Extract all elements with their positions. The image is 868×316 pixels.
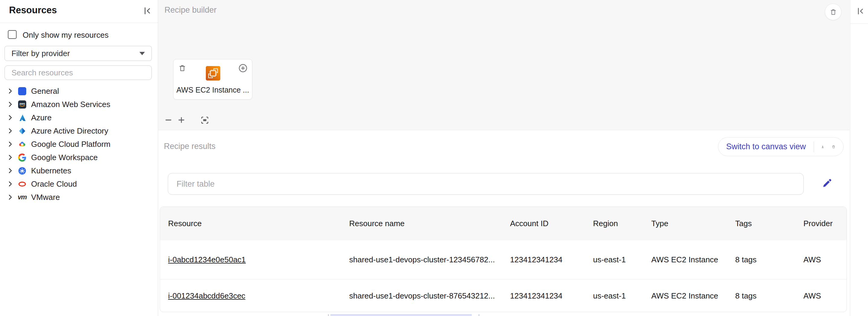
filter-table-input[interactable] bbox=[168, 173, 804, 195]
section-divider bbox=[158, 130, 849, 130]
chevron-right-icon[interactable] bbox=[7, 141, 13, 147]
chevron-right-icon[interactable] bbox=[7, 181, 13, 187]
chevron-right-icon[interactable] bbox=[7, 88, 13, 94]
sidebar-item-azure[interactable]: Azure bbox=[0, 111, 158, 124]
sidebar-title: Resources bbox=[9, 5, 57, 16]
search-resources-input[interactable] bbox=[4, 65, 152, 80]
chevron-right-icon[interactable] bbox=[7, 167, 13, 174]
tree-item-label: Google Cloud Platform bbox=[31, 140, 111, 149]
table-row: i-001234abcdd6e3cec shared-use1-devops-c… bbox=[160, 279, 846, 312]
right-collapsed-panel bbox=[850, 0, 868, 316]
google-icon bbox=[18, 153, 26, 162]
table-header-row: Resource Resource name Account ID Region… bbox=[160, 207, 846, 240]
node-label: AWS EC2 Instance ... bbox=[176, 85, 250, 95]
cell-type: AWS EC2 Instance bbox=[643, 291, 727, 301]
delete-node-icon[interactable] bbox=[178, 64, 186, 72]
chevron-right-icon[interactable] bbox=[7, 154, 13, 161]
tree-item-label: Oracle Cloud bbox=[31, 179, 77, 189]
sidebar-item-google-cloud-platform[interactable]: Google Cloud Platform bbox=[0, 138, 158, 151]
aws-ec2-icon bbox=[206, 66, 220, 80]
sidebar-item-google-workspace[interactable]: Google Workspace bbox=[0, 151, 158, 164]
resource-id-link[interactable]: i-0abcd1234e0e50ac1 bbox=[168, 255, 246, 264]
switch-to-canvas-view-button[interactable]: Switch to canvas view bbox=[726, 142, 806, 151]
general-icon bbox=[18, 87, 26, 95]
column-header-account-id: Account ID bbox=[502, 219, 585, 228]
tree-item-label: VMware bbox=[31, 193, 60, 202]
sidebar-item-vmware[interactable]: vm VMware bbox=[0, 190, 158, 204]
tree-item-label: Google Workspace bbox=[31, 153, 98, 162]
resource-id-link[interactable]: i-001234abcdd6e3cec bbox=[168, 291, 245, 300]
download-icon[interactable] bbox=[821, 142, 825, 152]
sidebar-item-oracle-cloud[interactable]: Oracle Cloud bbox=[0, 177, 158, 190]
table-row: i-0abcd1234e0e50ac1 shared-use1-devops-c… bbox=[160, 240, 846, 279]
cell-account-id: 123412341234 bbox=[502, 255, 585, 265]
zoom-in-button[interactable] bbox=[177, 116, 186, 124]
column-header-resource-name: Resource name bbox=[341, 219, 502, 228]
resources-sidebar: Resources Only show my resources Filter … bbox=[0, 0, 158, 316]
oracle-icon bbox=[18, 180, 26, 188]
partial-next-row-border bbox=[479, 314, 479, 316]
cell-region: us-east-1 bbox=[585, 255, 643, 265]
cell-tags: 8 tags bbox=[727, 255, 795, 265]
chevron-right-icon[interactable] bbox=[7, 194, 13, 201]
tree-item-label: Azure bbox=[31, 113, 52, 122]
azure-icon bbox=[18, 114, 26, 122]
kubernetes-icon bbox=[18, 167, 26, 175]
tree-item-label: Kubernetes bbox=[31, 166, 71, 175]
results-table: Resource Resource name Account ID Region… bbox=[160, 207, 847, 312]
filter-by-provider-value: Filter by provider bbox=[11, 49, 70, 58]
sidebar-item-azure-active-directory[interactable]: Azure Active Directory bbox=[0, 124, 158, 138]
azure-ad-icon bbox=[18, 127, 26, 135]
edit-pencil-icon[interactable] bbox=[822, 177, 833, 189]
clear-canvas-button[interactable] bbox=[825, 4, 841, 20]
add-connection-icon[interactable] bbox=[238, 63, 248, 73]
chevron-down-icon bbox=[140, 52, 145, 55]
column-header-provider: Provider bbox=[795, 219, 846, 228]
chevron-right-icon[interactable] bbox=[7, 101, 13, 108]
provider-tree: General aws Amazon Web Services Azure Az… bbox=[0, 84, 158, 204]
expand-right-panel-icon[interactable] bbox=[856, 7, 865, 16]
sidebar-item-aws[interactable]: aws Amazon Web Services bbox=[0, 98, 158, 111]
tree-item-label: Amazon Web Services bbox=[31, 100, 111, 109]
sidebar-item-kubernetes[interactable]: Kubernetes bbox=[0, 164, 158, 177]
sidebar-item-general[interactable]: General bbox=[0, 84, 158, 98]
gcp-icon bbox=[18, 140, 26, 148]
fit-view-button[interactable] bbox=[200, 115, 210, 125]
only-my-resources-checkbox[interactable] bbox=[8, 30, 17, 39]
vmware-icon: vm bbox=[18, 193, 26, 202]
aws-icon: aws bbox=[18, 100, 26, 109]
collapse-sidebar-icon[interactable] bbox=[143, 6, 152, 16]
recipe-builder-title: Recipe builder bbox=[164, 5, 217, 15]
cell-type: AWS EC2 Instance bbox=[643, 255, 727, 265]
cell-resource-name: shared-use1-devops-cluster-876543212... bbox=[341, 291, 502, 301]
recipe-builder-canvas[interactable] bbox=[158, 0, 849, 130]
sidebar-header-divider bbox=[0, 23, 158, 23]
tree-item-label: General bbox=[31, 86, 59, 96]
partial-next-row-border bbox=[328, 314, 329, 316]
filter-by-provider-select[interactable]: Filter by provider bbox=[4, 46, 152, 61]
chevron-right-icon[interactable] bbox=[7, 114, 13, 121]
svg-text:aws: aws bbox=[19, 102, 25, 105]
cell-resource-name: shared-use1-devops-cluster-123456782... bbox=[341, 255, 502, 265]
tree-item-label: Azure Active Directory bbox=[31, 126, 108, 136]
column-header-resource: Resource bbox=[160, 219, 341, 228]
recipe-results-title: Recipe results bbox=[164, 142, 216, 151]
recipe-node-aws-ec2-instance[interactable]: AWS EC2 Instance ... bbox=[173, 59, 252, 100]
zoom-out-button[interactable] bbox=[164, 116, 173, 124]
cell-account-id: 123412341234 bbox=[502, 291, 585, 301]
cell-provider: AWS bbox=[795, 291, 846, 301]
partial-next-row bbox=[331, 314, 472, 316]
results-toolbar: Switch to canvas view bbox=[718, 137, 843, 156]
column-header-tags: Tags bbox=[727, 219, 795, 228]
column-header-region: Region bbox=[585, 219, 643, 228]
only-my-resources-label: Only show my resources bbox=[23, 31, 108, 39]
cell-region: us-east-1 bbox=[585, 291, 643, 301]
column-header-type: Type bbox=[643, 219, 727, 228]
delete-results-icon[interactable] bbox=[832, 142, 835, 152]
chevron-right-icon[interactable] bbox=[7, 128, 13, 134]
cell-tags: 8 tags bbox=[727, 291, 795, 301]
cell-provider: AWS bbox=[795, 255, 846, 265]
right-panel-divider bbox=[850, 24, 868, 24]
